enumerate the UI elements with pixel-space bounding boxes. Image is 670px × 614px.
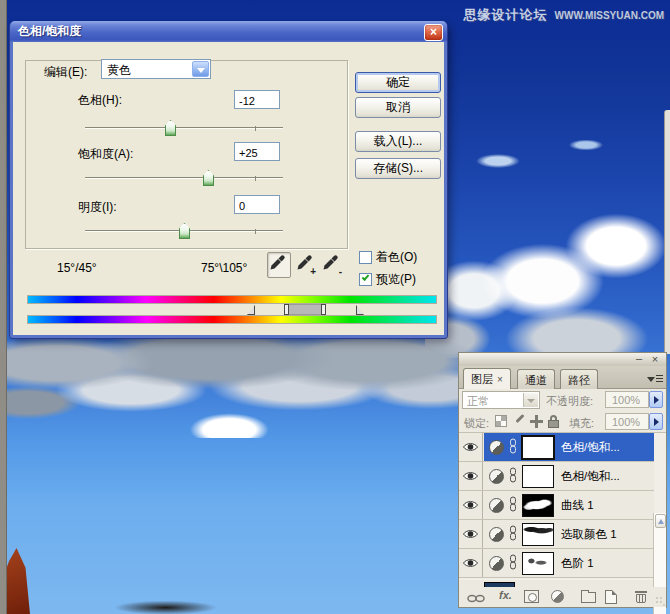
edit-channel-value: 黄色 xyxy=(107,62,131,79)
slider-center-tick xyxy=(255,126,256,131)
colorize-label: 着色(O) xyxy=(376,249,417,266)
eye-icon xyxy=(462,499,479,511)
range-band[interactable] xyxy=(289,304,321,315)
layer-mask-thumbnail[interactable] xyxy=(522,494,554,517)
resize-grip-icon[interactable] xyxy=(655,596,665,606)
preview-checkbox[interactable]: 预览(P) xyxy=(359,271,416,288)
edit-channel-select[interactable]: 黄色 xyxy=(101,59,211,79)
layer-style-icon[interactable]: fx. xyxy=(499,589,512,601)
blend-row: 正常 不透明度: 100% xyxy=(459,389,666,411)
checkbox-box[interactable] xyxy=(359,251,372,264)
menu-lines-glyph xyxy=(656,375,663,384)
close-button[interactable]: × xyxy=(424,24,443,41)
eyedropper-subtract-button[interactable]: - xyxy=(320,252,344,278)
panel-minimize-icon[interactable]: – xyxy=(634,354,644,364)
scroll-up-icon[interactable] xyxy=(655,514,666,528)
dialog-title: 色相/饱和度 xyxy=(18,24,81,38)
visibility-toggle[interactable] xyxy=(459,462,483,490)
save-button[interactable]: 存储(S)... xyxy=(355,158,441,179)
eye-icon xyxy=(462,557,479,569)
chevron-down-icon[interactable] xyxy=(523,393,538,407)
dialog-titlebar[interactable]: 色相/饱和度 xyxy=(10,21,447,42)
range-falloff-handle-right[interactable] xyxy=(356,305,364,315)
layer-row-hue-sat-1[interactable]: 色相/饱和... xyxy=(459,462,654,491)
hue-slider-track[interactable] xyxy=(85,127,283,129)
fill-value[interactable]: 100% xyxy=(605,413,649,430)
delete-layer-icon[interactable] xyxy=(635,590,647,603)
small-cloud xyxy=(560,136,612,154)
load-button[interactable]: 载入(L)... xyxy=(355,131,441,152)
tab-paths[interactable]: 路径 xyxy=(560,369,598,389)
slider-center-tick xyxy=(255,176,256,181)
group-frame xyxy=(25,60,348,249)
colorize-checkbox[interactable]: 着色(O) xyxy=(359,249,417,266)
chevron-down-icon[interactable] xyxy=(192,61,209,77)
new-adjustment-layer-icon[interactable] xyxy=(551,590,564,603)
opacity-label: 不透明度: xyxy=(546,394,593,409)
lock-label: 锁定: xyxy=(464,416,489,431)
layer-name[interactable]: 色相/饱和... xyxy=(561,469,620,484)
layer-name[interactable]: 选取颜色 1 xyxy=(561,527,617,542)
eye-icon xyxy=(462,528,479,540)
blend-mode-select[interactable]: 正常 xyxy=(462,391,540,409)
range-selection[interactable] xyxy=(284,304,326,315)
layer-name[interactable]: 色阶 1 xyxy=(561,556,594,571)
fill-label: 填充: xyxy=(569,416,594,431)
checkbox-box[interactable] xyxy=(359,273,372,286)
adjustment-layer-icon xyxy=(489,527,504,542)
tab-paths-label: 路径 xyxy=(568,374,590,386)
layer-row-curves[interactable]: 曲线 1 xyxy=(459,491,654,520)
saturation-slider-track[interactable] xyxy=(85,177,283,179)
visibility-toggle[interactable] xyxy=(459,549,483,577)
lock-transparency-icon[interactable] xyxy=(495,415,507,427)
visibility-toggle[interactable] xyxy=(459,433,483,461)
slider-center-tick xyxy=(255,229,256,234)
lock-position-icon[interactable] xyxy=(530,415,543,428)
panel-menu-icon[interactable] xyxy=(647,372,663,386)
hue-input[interactable] xyxy=(234,90,280,109)
opacity-arrow-icon[interactable] xyxy=(649,391,663,408)
check-icon xyxy=(362,273,370,281)
new-layer-icon[interactable] xyxy=(605,590,617,604)
tab-layers[interactable]: 图层× xyxy=(463,368,511,389)
layer-mask-thumbnail[interactable] xyxy=(522,436,554,459)
eyedropper-button[interactable] xyxy=(267,252,291,278)
link-layers-icon[interactable] xyxy=(467,593,485,605)
layer-mask-thumbnail[interactable] xyxy=(522,465,554,488)
panel-close-icon[interactable]: × xyxy=(650,354,660,364)
layers-panel: – × 图层× 通道 路径 正常 不透明度: 100% 锁定: 填充: 100% xyxy=(458,352,667,608)
cancel-button[interactable]: 取消 xyxy=(355,97,441,118)
range-falloff-right: 75°\105° xyxy=(201,261,247,275)
layer-mask-thumbnail[interactable] xyxy=(522,523,554,546)
tab-close-icon[interactable]: × xyxy=(497,374,503,385)
range-falloff-handle-left[interactable] xyxy=(247,305,255,315)
lightness-label: 明度(I): xyxy=(78,199,117,216)
layer-row-levels[interactable]: 色阶 1 xyxy=(459,549,654,578)
lock-all-icon[interactable] xyxy=(548,415,559,428)
visibility-toggle[interactable] xyxy=(459,491,483,519)
add-mask-icon[interactable] xyxy=(524,590,539,603)
edit-label: 编辑(E): xyxy=(41,64,90,81)
layer-name[interactable]: 曲线 1 xyxy=(561,498,594,513)
layer-mask-thumbnail[interactable] xyxy=(522,552,554,575)
preview-label: 预览(P) xyxy=(376,271,416,288)
ok-button[interactable]: 确定 xyxy=(355,72,441,93)
lightness-input[interactable] xyxy=(234,195,280,214)
eye-icon xyxy=(462,441,479,453)
tab-channels[interactable]: 通道 xyxy=(517,369,555,389)
fill-arrow-icon[interactable] xyxy=(649,413,663,430)
opacity-value[interactable]: 100% xyxy=(605,391,649,408)
layer-name[interactable]: 色相/饱和... xyxy=(561,440,620,455)
saturation-input[interactable] xyxy=(234,142,280,161)
layer-row-selective-color[interactable]: 选取颜色 1 xyxy=(459,520,654,549)
eyedropper-icon xyxy=(268,253,287,272)
mask-link-icon xyxy=(509,554,517,572)
new-group-icon[interactable] xyxy=(581,592,596,603)
eyedropper-add-button[interactable]: + xyxy=(294,252,318,278)
cloud-band xyxy=(0,334,468,438)
layer-row-hue-sat-2[interactable]: 色相/饱和... xyxy=(459,433,654,462)
range-handle-right[interactable] xyxy=(321,304,326,315)
watermark-en: WWW.MISSYUAN.COM xyxy=(555,10,664,21)
visibility-toggle[interactable] xyxy=(459,520,483,548)
lock-paint-icon[interactable] xyxy=(513,415,526,428)
